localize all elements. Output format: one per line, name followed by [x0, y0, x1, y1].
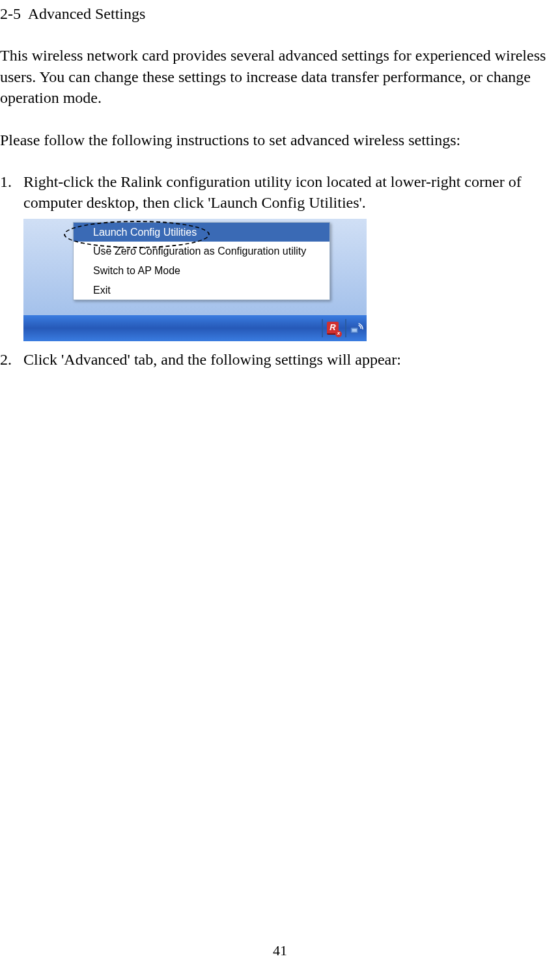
section-heading: 2-5 Advanced Settings	[0, 3, 560, 24]
tray-separator	[322, 319, 323, 337]
heading-title: Advanced Settings	[28, 5, 146, 22]
tray-separator	[345, 319, 346, 337]
list-item-2: 2. Click 'Advanced' tab, and the followi…	[0, 349, 560, 370]
ralink-x-badge: x	[335, 331, 342, 337]
ralink-tray-icon[interactable]: R x	[325, 320, 341, 336]
wireless-icon	[349, 321, 363, 335]
highlight-ellipse	[64, 221, 210, 248]
context-menu-screenshot: Launch Config Utilities Use Zero Configu…	[23, 219, 367, 341]
list-text: Click 'Advanced' tab, and the following …	[23, 349, 560, 370]
ralink-letter: R	[329, 322, 335, 333]
wireless-tray-icon[interactable]	[348, 320, 364, 336]
heading-number: 2-5	[0, 5, 21, 22]
svg-rect-1	[352, 329, 357, 332]
list-number: 1.	[0, 171, 23, 214]
menu-item-exit[interactable]: Exit	[74, 281, 329, 300]
screenshot-figure: Launch Config Utilities Use Zero Configu…	[23, 219, 560, 341]
list-number: 2.	[0, 349, 23, 370]
list-text: Right-click the Ralink configuration uti…	[23, 171, 560, 214]
intro-paragraph: This wireless network card provides seve…	[0, 45, 560, 108]
windows-taskbar: R x	[23, 315, 367, 341]
list-item-1: 1. Right-click the Ralink configuration …	[0, 171, 560, 214]
menu-item-switch-ap[interactable]: Switch to AP Mode	[74, 261, 329, 281]
instruction-paragraph: Please follow the following instructions…	[0, 130, 560, 150]
